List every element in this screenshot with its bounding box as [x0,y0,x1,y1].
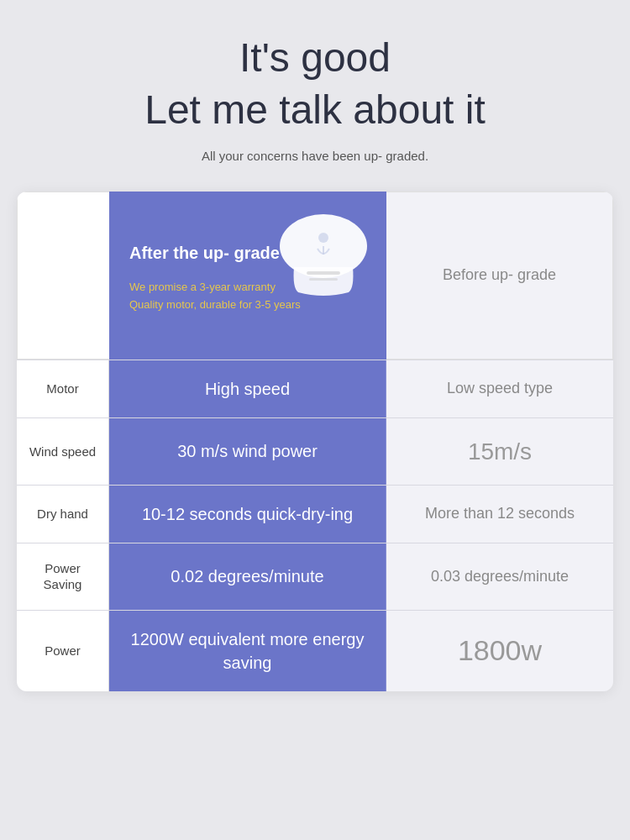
row-after-value-3: 0.02 degrees/minute [171,564,323,588]
after-upgrade-label: After the up- grade [129,242,370,264]
row-after-value-4: 1200W equivalent more energy saving [129,627,365,675]
data-rows-container: Motor High speed Low speed type Wind spe… [17,360,613,691]
row-after-cell-3: 0.02 degrees/minute [109,543,386,610]
quality-text: Quality motor, durable for 3-5 years [129,298,370,311]
row-after-cell-4: 1200W equivalent more energy saving [109,611,386,691]
header-before-cell: Before up- grade [386,192,613,360]
row-after-value-0: High speed [205,377,290,401]
comparison-table: After the up- grade We promise a 3-year … [17,192,613,691]
row-after-value-2: 10-12 seconds quick-dry-ing [142,502,353,526]
header-row: After the up- grade We promise a 3-year … [17,192,613,360]
row-after-cell-0: High speed [109,360,386,417]
row-before-cell-1: 15m/s [386,418,613,485]
row-before-cell-2: More than 12 seconds [386,486,613,543]
row-before-cell-4: 1800w [386,611,613,691]
row-before-value-4: 1800w [458,631,542,671]
row-after-cell-2: 10-12 seconds quick-dry-ing [109,486,386,543]
before-upgrade-label: Before up- grade [443,265,556,286]
data-row: Motor High speed Low speed type [17,360,613,417]
row-label-0: Motor [17,360,109,417]
data-row: Dry hand 10-12 seconds quick-dry-ing Mor… [17,485,613,543]
row-before-cell-3: 0.03 degrees/minute [386,543,613,610]
row-label-2: Dry hand [17,486,109,543]
row-after-value-1: 30 m/s wind power [177,439,318,463]
header-after-cell: After the up- grade We promise a 3-year … [109,192,386,360]
row-label-1: Wind speed [17,418,109,485]
row-before-value-2: More than 12 seconds [425,503,575,524]
data-row: Power Saving 0.02 degrees/minute 0.03 de… [17,543,613,610]
row-after-cell-1: 30 m/s wind power [109,418,386,485]
title-line2: Let me talk about it [144,86,486,134]
row-before-value-0: Low speed type [447,378,553,399]
title-line1: It's good [144,34,486,82]
data-row: Power 1200W equivalent more energy savin… [17,610,613,691]
warranty-text: We promise a 3-year warranty [129,281,370,293]
svg-rect-1 [307,271,340,275]
header-empty-cell [17,192,109,360]
row-before-value-3: 0.03 degrees/minute [431,566,569,587]
row-before-value-1: 15m/s [468,435,532,468]
subtitle: All your concerns have been up- graded. [144,147,486,166]
data-row: Wind speed 30 m/s wind power 15m/s [17,417,613,485]
row-before-cell-0: Low speed type [386,360,613,417]
row-label-3: Power Saving [17,543,109,610]
header-section: It's good Let me talk about it All your … [144,34,486,166]
row-label-4: Power [17,611,109,691]
